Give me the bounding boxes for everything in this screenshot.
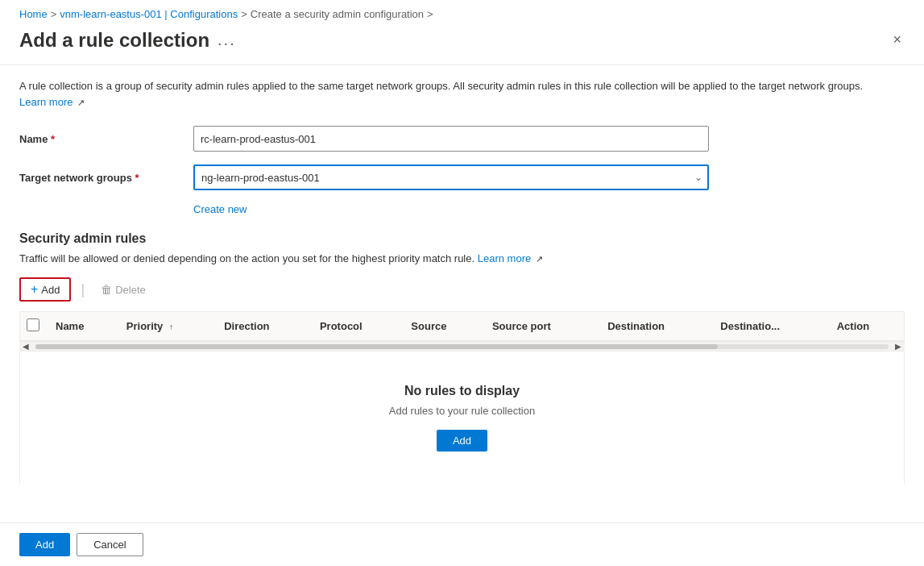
page-header: Add a rule collection ... × [0, 25, 924, 65]
rules-table-header-row: Name Priority ↑ Direction Protocol [20, 312, 904, 341]
section-title: Security admin rules [19, 231, 905, 246]
name-input[interactable] [193, 126, 709, 152]
toolbar-separator: | [81, 281, 85, 298]
target-network-groups-label: Target network groups * [19, 172, 180, 184]
col-source-port: Source port [483, 312, 598, 341]
col-name: Name [46, 312, 117, 341]
col-priority[interactable]: Priority ↑ [117, 312, 214, 341]
page-description: A rule collection is a group of security… [19, 78, 865, 110]
footer-cancel-button[interactable]: Cancel [77, 533, 143, 556]
col-protocol: Protocol [310, 312, 401, 341]
select-all-checkbox[interactable] [27, 318, 39, 331]
empty-state-subtitle: Add rules to your rule collection [36, 405, 888, 417]
scroll-right-arrow[interactable]: ▶ [895, 342, 901, 351]
breadcrumb: Home > vnm-learn-eastus-001 | Configurat… [0, 0, 924, 25]
empty-add-button[interactable]: Add [437, 430, 487, 452]
priority-sort-icon: ↑ [169, 323, 173, 331]
trash-icon: 🗑 [101, 283, 112, 296]
name-label: Name * [19, 133, 180, 145]
scrollbar-thumb[interactable] [35, 344, 718, 349]
main-content: A rule collection is a group of security… [0, 78, 924, 484]
col-action: Action [827, 312, 904, 341]
rules-ext-link-icon: ↗ [536, 254, 543, 264]
page-title: Add a rule collection [19, 29, 209, 52]
col-destination-port: Destinatio... [711, 312, 827, 341]
rules-learn-more-link[interactable]: Learn more [478, 252, 531, 264]
horizontal-scrollbar[interactable]: ◀ ▶ [19, 342, 905, 352]
select-all-col [20, 312, 46, 341]
col-direction: Direction [214, 312, 310, 341]
close-button[interactable]: × [889, 28, 905, 52]
section-description: Traffic will be allowed or denied depend… [19, 252, 905, 264]
scrollbar-track[interactable] [35, 344, 889, 349]
rules-table-head: Name Priority ↑ Direction Protocol [20, 312, 904, 341]
rules-table: Name Priority ↑ Direction Protocol [20, 312, 904, 342]
scroll-left-arrow[interactable]: ◀ [23, 342, 29, 351]
footer-add-button[interactable]: Add [19, 533, 70, 556]
col-source: Source [401, 312, 483, 341]
name-form-row: Name * [19, 126, 905, 152]
col-destination: Destination [598, 312, 711, 341]
page-options-menu[interactable]: ... [218, 31, 236, 49]
add-rule-button[interactable]: + Add [19, 277, 71, 302]
security-admin-rules-section: Security admin rules Traffic will be all… [19, 231, 905, 484]
empty-state: No rules to display Add rules to your ru… [19, 352, 905, 484]
breadcrumb-configurations[interactable]: vnm-learn-eastus-001 | Configurations [60, 8, 238, 20]
breadcrumb-home[interactable]: Home [19, 8, 48, 20]
rules-toolbar: + Add | 🗑 Delete [19, 277, 905, 302]
empty-state-title: No rules to display [36, 384, 888, 398]
ext-link-icon: ↗ [77, 96, 85, 110]
rules-table-wrapper: Name Priority ↑ Direction Protocol [19, 311, 905, 342]
breadcrumb-current: Create a security admin configuration [251, 8, 424, 20]
target-required: * [135, 172, 139, 184]
plus-icon: + [31, 282, 38, 297]
footer: Add Cancel [0, 522, 924, 566]
create-new-link[interactable]: Create new [193, 203, 905, 215]
target-network-groups-wrapper: ng-learn-prod-eastus-001 ⌄ [193, 164, 709, 190]
target-network-groups-form-row: Target network groups * ng-learn-prod-ea… [19, 164, 905, 190]
name-required: * [51, 133, 55, 145]
header-divider [0, 65, 924, 65]
page-title-row: Add a rule collection ... [19, 29, 236, 52]
delete-rule-button[interactable]: 🗑 Delete [94, 280, 152, 299]
description-learn-more-link[interactable]: Learn more [19, 96, 73, 108]
target-network-groups-select[interactable]: ng-learn-prod-eastus-001 [193, 164, 709, 190]
